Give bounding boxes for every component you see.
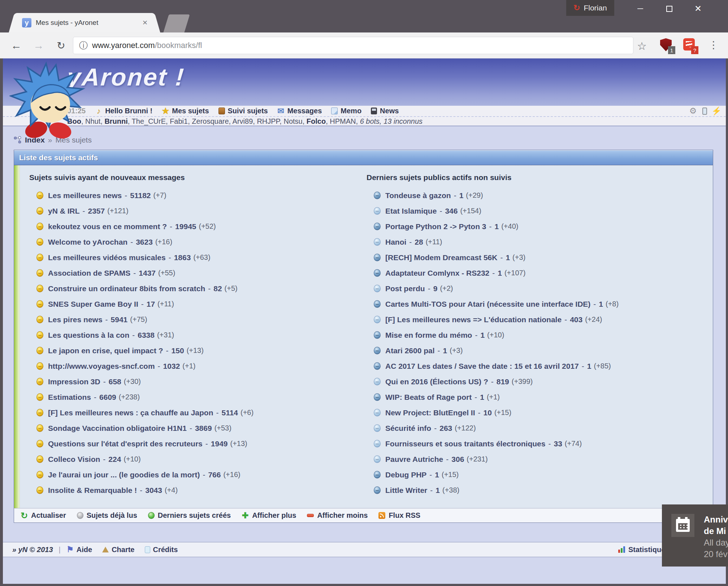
topic-title-link[interactable]: Sécurité info bbox=[385, 424, 431, 433]
topic-title-link[interactable]: Association de SPAMS bbox=[48, 269, 130, 277]
topic-row[interactable]: Insolite & Remarquable ! - 3043 (+4) bbox=[29, 482, 367, 498]
topic-title-link[interactable]: Tondeuse à gazon bbox=[385, 191, 451, 200]
footer-link[interactable]: Charte bbox=[102, 546, 134, 554]
page-info-icon[interactable]: ⓘ bbox=[79, 40, 88, 51]
topic-title-link[interactable]: Etat Islamique bbox=[385, 207, 437, 215]
topic-title-link[interactable]: AC 2017 Les dates / Save the date : 15 e… bbox=[385, 362, 579, 371]
topic-title-link[interactable]: Debug PHP bbox=[385, 471, 426, 479]
topic-row[interactable]: Mise en forme du mémo - 1 (+10) bbox=[367, 327, 709, 343]
panel-toolbar-action[interactable]: Sujets déjà lus bbox=[77, 511, 137, 520]
topic-row[interactable]: SNES Super Game Boy II - 17 (+11) bbox=[29, 296, 367, 312]
topic-row[interactable]: http://www.voyages-sncf.com - 1032 (+1) bbox=[29, 358, 367, 374]
topic-title-link[interactable]: http://www.voyages-sncf.com bbox=[48, 362, 155, 371]
panel-toolbar-action[interactable]: Afficher moins bbox=[307, 511, 368, 520]
topic-title-link[interactable]: Qui en 2016 (Élections US) ? bbox=[385, 377, 488, 386]
reload-button[interactable]: ↻ bbox=[53, 38, 69, 53]
topic-title-link[interactable]: SNES Super Game Boy II bbox=[48, 300, 138, 309]
todoist-extension-icon[interactable]: ? bbox=[683, 38, 696, 52]
topic-row[interactable]: Construire un ordinateur 8bits from scra… bbox=[29, 281, 367, 296]
tab-close-icon[interactable]: ✕ bbox=[142, 19, 148, 27]
topic-row[interactable]: Impression 3D - 658 (+30) bbox=[29, 374, 367, 389]
footer-link[interactable]: Crédits bbox=[145, 546, 178, 554]
topic-title-link[interactable]: New Project: BlutEngel II bbox=[385, 408, 475, 417]
new-tab-button[interactable] bbox=[163, 14, 190, 32]
minimize-button[interactable]: ─ bbox=[629, 0, 651, 17]
site-nav-link[interactable]: Hello Brunni ! bbox=[95, 107, 152, 115]
topic-row[interactable]: Pauvre Autriche - 306 (+231) bbox=[367, 451, 709, 467]
topic-row[interactable]: Association de SPAMS - 1437 (+55) bbox=[29, 265, 367, 281]
forward-button[interactable]: → bbox=[30, 38, 47, 53]
topic-row[interactable]: Colleco Vision - 224 (+10) bbox=[29, 451, 367, 467]
topic-title-link[interactable]: Atari 2600 pal bbox=[385, 346, 435, 355]
panel-toolbar-action[interactable]: Flux RSS bbox=[378, 511, 420, 520]
topic-row[interactable]: [F] Les meilleures news => L'éducation n… bbox=[367, 312, 709, 327]
topic-title-link[interactable]: Sondage Vaccination obligatoire H1N1 bbox=[48, 424, 187, 433]
topic-title-link[interactable]: Mise en forme du mémo bbox=[385, 331, 472, 340]
topic-row[interactable]: Sondage Vaccination obligatoire H1N1 - 3… bbox=[29, 420, 367, 436]
online-user[interactable]: , HPMAN, bbox=[326, 117, 360, 126]
topic-row[interactable]: Etat Islamique - 346 (+154) bbox=[367, 203, 709, 219]
topic-title-link[interactable]: Cartes Multi-TOS pour Atari (nécessite u… bbox=[385, 300, 590, 309]
topic-title-link[interactable]: Insolite & Remarquable ! bbox=[48, 486, 137, 495]
topic-row[interactable]: Les questions à la con - 6338 (+31) bbox=[29, 327, 367, 343]
topic-title-link[interactable]: Welcome to yArochan bbox=[48, 238, 127, 246]
topic-row[interactable]: Cartes Multi-TOS pour Atari (nécessite u… bbox=[367, 296, 709, 312]
panel-toolbar-action[interactable]: Afficher plus bbox=[242, 511, 296, 520]
topic-title-link[interactable]: Le japon en crise, quel impact ? bbox=[48, 346, 163, 355]
site-nav-link[interactable]: Mes sujets bbox=[162, 107, 209, 115]
topic-title-link[interactable]: Questions sur l'état d'esprit des recrut… bbox=[48, 439, 203, 448]
topic-title-link[interactable]: [F] Les meilleures news => L'éducation n… bbox=[385, 315, 562, 324]
online-user[interactable]: Folco bbox=[307, 117, 326, 126]
topic-title-link[interactable]: Fournisseurs et sous traitants électroni… bbox=[385, 439, 545, 448]
topic-row[interactable]: Le japon en crise, quel impact ? - 150 (… bbox=[29, 343, 367, 358]
bookmark-star-icon[interactable]: ☆ bbox=[637, 40, 647, 52]
topic-title-link[interactable]: [F] Les meilleures news : ça chauffe au … bbox=[48, 408, 213, 417]
online-user[interactable]: 6 bots, 13 inconnus bbox=[360, 117, 422, 126]
online-user[interactable]: Brunni bbox=[104, 117, 127, 126]
gear-icon[interactable] bbox=[689, 108, 697, 115]
topic-row[interactable]: kekoutez vous en ce momment ? - 19945 (+… bbox=[29, 219, 367, 234]
topic-title-link[interactable]: yN & IRL bbox=[48, 207, 80, 215]
topic-row[interactable]: Hanoi - 28 (+11) bbox=[367, 234, 709, 250]
maximize-button[interactable] bbox=[658, 0, 680, 17]
topic-row[interactable]: Questions sur l'état d'esprit des recrut… bbox=[29, 436, 367, 451]
topic-title-link[interactable]: Hanoi bbox=[385, 238, 406, 246]
topic-row[interactable]: [F] Les meilleures news : ça chauffe au … bbox=[29, 405, 367, 420]
topic-row[interactable]: AC 2017 Les dates / Save the date : 15 e… bbox=[367, 358, 709, 374]
topic-title-link[interactable]: Impression 3D bbox=[48, 377, 100, 386]
topic-title-link[interactable]: Les pires news bbox=[48, 315, 103, 324]
lightning-icon[interactable] bbox=[713, 108, 720, 115]
panel-toolbar-action[interactable]: Actualiser bbox=[21, 511, 66, 520]
topic-row[interactable]: Debug PHP - 1 (+15) bbox=[367, 467, 709, 482]
topic-title-link[interactable]: Les meilleures news bbox=[48, 191, 122, 200]
close-window-button[interactable]: ✕ bbox=[687, 0, 709, 17]
topic-row[interactable]: Je l'aurai un jour ... (le goodies de la… bbox=[29, 467, 367, 482]
browser-profile-button[interactable]: ↻ Florian bbox=[566, 0, 614, 16]
site-nav-link[interactable]: News bbox=[371, 107, 399, 115]
topic-row[interactable]: Portage Python 2 -> Pyton 3 - 1 (+40) bbox=[367, 219, 709, 234]
topic-row[interactable]: Little Writer - 1 (+38) bbox=[367, 482, 709, 498]
address-bar[interactable]: ⓘ www.yaronet.com/bookmarks/fl bbox=[73, 37, 633, 54]
topic-row[interactable]: WIP: Beats of Rage port - 1 (+1) bbox=[367, 389, 709, 405]
topic-title-link[interactable]: Les questions à la con bbox=[48, 331, 129, 340]
topic-title-link[interactable]: Construire un ordinateur 8bits from scra… bbox=[48, 284, 205, 293]
panel-toolbar-action[interactable]: Derniers sujets créés bbox=[148, 511, 231, 520]
topic-row[interactable]: Les meilleures vidéos musicales - 1863 (… bbox=[29, 250, 367, 265]
topic-title-link[interactable]: Adaptateur Comlynx - RS232 bbox=[385, 269, 489, 277]
topic-row[interactable]: Atari 2600 pal - 1 (+3) bbox=[367, 343, 709, 358]
topic-title-link[interactable]: WIP: Beats of Rage port bbox=[385, 393, 472, 402]
topic-title-link[interactable]: Pauvre Autriche bbox=[385, 455, 443, 464]
ublock-extension-icon[interactable]: 1 bbox=[660, 38, 672, 52]
topic-row[interactable]: Tondeuse à gazon - 1 (+29) bbox=[367, 188, 709, 203]
site-nav-link[interactable]: Memo bbox=[331, 107, 361, 115]
topic-title-link[interactable]: kekoutez vous en ce momment ? bbox=[48, 222, 167, 231]
site-nav-link[interactable]: Messages bbox=[277, 107, 322, 115]
topic-row[interactable]: Estimations - 6609 (+238) bbox=[29, 389, 367, 405]
topic-title-link[interactable]: Estimations bbox=[48, 393, 91, 402]
topic-row[interactable]: Welcome to yArochan - 3623 (+16) bbox=[29, 234, 367, 250]
topic-title-link[interactable]: Colleco Vision bbox=[48, 455, 100, 464]
online-user[interactable]: , The_CUrE, Fabi1, Zerosquare, Arvi89, R… bbox=[128, 117, 307, 126]
topic-title-link[interactable]: Je l'aurai un jour ... (le goodies de la… bbox=[48, 471, 200, 479]
mobile-icon[interactable] bbox=[702, 108, 707, 115]
topic-row[interactable]: Qui en 2016 (Élections US) ? - 819 (+399… bbox=[367, 374, 709, 389]
